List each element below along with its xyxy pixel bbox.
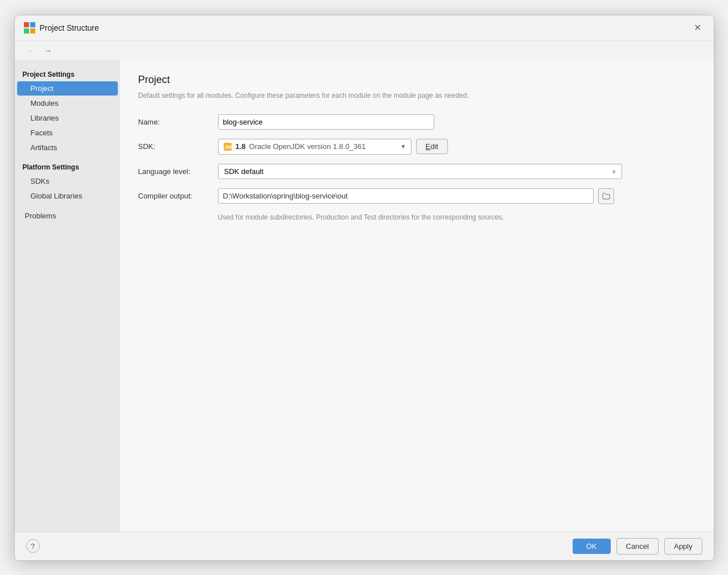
name-row: Name:	[138, 114, 696, 130]
svg-text:JDK: JDK	[225, 145, 232, 149]
name-label: Name:	[138, 118, 218, 126]
sdk-label: SDK:	[138, 142, 218, 151]
forward-button[interactable]: →	[41, 44, 56, 57]
sidebar-item-modules[interactable]: Modules	[17, 96, 118, 110]
name-input[interactable]	[218, 114, 434, 130]
dialog-title: Project Structure	[40, 23, 99, 32]
compiler-output-label: Compiler output:	[138, 192, 218, 200]
platform-settings-label: Platform Settings	[15, 160, 120, 173]
project-settings-label: Project Settings	[15, 67, 120, 81]
compiler-output-row: Compiler output:	[138, 188, 696, 204]
close-button[interactable]: ✕	[691, 21, 705, 35]
compiler-label-text: Compiler output:	[138, 192, 192, 200]
help-button[interactable]: ?	[26, 539, 40, 553]
svg-rect-0	[24, 22, 29, 27]
sdk-full-name: Oracle OpenJDK version 1.8.0_361	[249, 142, 366, 151]
back-button[interactable]: ←	[24, 44, 39, 57]
sdk-dropdown[interactable]: JDK 1.8 Oracle OpenJDK version 1.8.0_361…	[218, 139, 412, 155]
sdk-icon: JDK	[223, 142, 232, 151]
sidebar-item-artifacts[interactable]: Artifacts	[17, 140, 118, 155]
sdk-dropdown-arrow: ▼	[401, 143, 406, 150]
sdk-edit-button[interactable]: Edit	[416, 139, 448, 154]
lang-label-text: Language level:	[138, 167, 191, 176]
sidebar-item-libraries[interactable]: Libraries	[17, 111, 118, 125]
sidebar-item-project[interactable]: Project	[17, 81, 118, 96]
language-level-row: Language level: SDK default ∨	[138, 164, 696, 179]
title-bar-left: Project Structure	[24, 22, 99, 34]
folder-browse-button[interactable]	[598, 188, 614, 204]
page-title: Project	[138, 74, 696, 86]
page-description: Default settings for all modules. Config…	[138, 90, 696, 101]
sdk-dropdown-left: JDK 1.8 Oracle OpenJDK version 1.8.0_361	[223, 142, 366, 151]
ok-button[interactable]: OK	[573, 539, 611, 554]
main-content: Project Settings Project Modules Librari…	[15, 60, 714, 532]
lang-dropdown-arrow: ∨	[612, 168, 616, 175]
nav-bar: ← →	[15, 41, 714, 60]
apply-button[interactable]: Apply	[664, 538, 702, 555]
sidebar-item-global-libraries[interactable]: Global Libraries	[17, 189, 118, 203]
language-level-label: Language level:	[138, 167, 218, 176]
folder-icon	[602, 193, 610, 200]
content-area: Project Default settings for all modules…	[120, 60, 714, 532]
sdk-control-row: JDK 1.8 Oracle OpenJDK version 1.8.0_361…	[218, 139, 448, 155]
compiler-control-row	[218, 188, 614, 204]
edit-label: Edit	[426, 142, 438, 151]
sidebar-item-sdks[interactable]: SDKs	[17, 174, 118, 188]
compiler-output-input[interactable]	[218, 188, 594, 204]
compiler-hint: Used for module subdirectories, Producti…	[218, 213, 696, 221]
app-icon	[24, 22, 35, 34]
svg-rect-1	[30, 22, 35, 27]
footer-buttons: OK Cancel Apply	[573, 538, 702, 555]
svg-rect-3	[30, 28, 35, 34]
project-structure-dialog: Project Structure ✕ ← → Project Settings…	[14, 15, 714, 561]
sdk-row: SDK: JDK 1.8 Oracle OpenJDK version 1.8.…	[138, 139, 696, 155]
language-level-dropdown[interactable]: SDK default ∨	[218, 164, 622, 179]
sidebar-item-problems[interactable]: Problems	[17, 209, 118, 223]
title-bar: Project Structure ✕	[15, 15, 714, 41]
svg-rect-2	[24, 28, 29, 34]
sidebar-item-facets[interactable]: Facets	[17, 126, 118, 140]
language-level-value: SDK default	[224, 167, 264, 176]
footer: ? OK Cancel Apply	[15, 532, 714, 560]
sdk-version: 1.8	[236, 142, 246, 151]
sidebar: Project Settings Project Modules Librari…	[15, 60, 120, 532]
cancel-button[interactable]: Cancel	[616, 538, 659, 555]
